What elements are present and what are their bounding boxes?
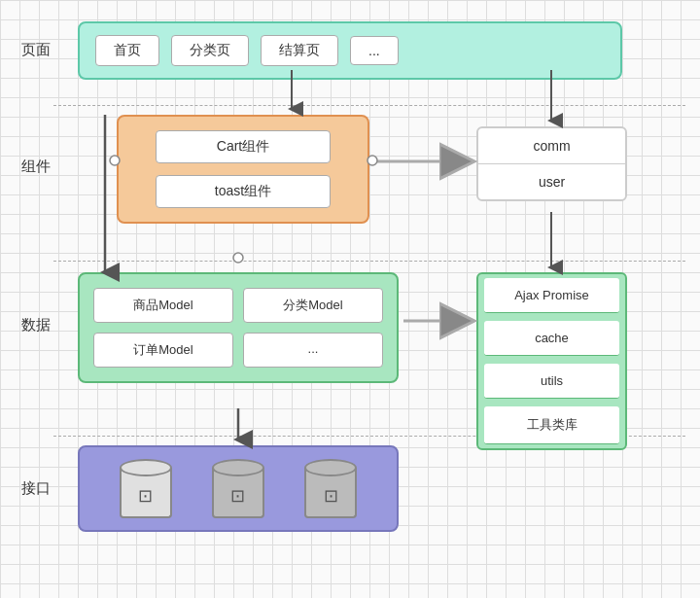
data-product: 商品Model [93,288,233,323]
data-ajax: Ajax Promise [484,278,619,313]
data-utils: utils [484,364,619,399]
comp-comm: comm [478,128,625,164]
page-container: 首页 分类页 结算页 ... [78,21,622,80]
data-order: 订单Model [93,333,233,368]
cylinder-2: ⊡ [207,459,269,518]
data-more: ... [243,333,383,368]
label-interface: 接口 [21,479,51,498]
data-right: Ajax Promise cache utils 工具类库 [476,272,627,450]
cyl-top-3 [304,459,357,476]
page-item-more: ... [350,36,399,65]
component-left: Cart组件 toast组件 [117,115,369,224]
data-left: 商品Model 分类Model 订单Model ... [78,272,399,383]
db-icon-1: ⊡ [138,485,153,507]
db-icon-3: ⊡ [324,485,338,507]
data-cache: cache [484,321,619,356]
label-data: 数据 [21,316,51,334]
separator-2 [53,261,685,262]
data-category: 分类Model [243,288,383,323]
page-item-checkout: 结算页 [261,35,338,66]
page-item-home: 首页 [95,35,159,66]
label-component: 组件 [21,158,51,176]
cylinder-1: ⊡ [115,459,177,518]
comp-user: user [478,164,625,199]
diagram: 页面 组件 数据 接口 首页 分类页 结算页 ... Cart组件 toast组… [0,0,700,598]
separator-1 [53,105,685,106]
page-item-category: 分类页 [171,35,249,66]
cylinder-3: ⊡ [299,459,362,518]
db-icon-2: ⊡ [230,485,245,507]
interface-container: ⊡ ⊡ ⊡ [78,445,399,532]
label-page: 页面 [21,41,51,59]
component-right: comm user [476,126,627,201]
cyl-top-1 [120,459,172,476]
comp-cart: Cart组件 [156,130,331,163]
data-toollib: 工具类库 [484,406,619,444]
comp-toast: toast组件 [156,175,331,208]
cyl-top-2 [212,459,264,476]
